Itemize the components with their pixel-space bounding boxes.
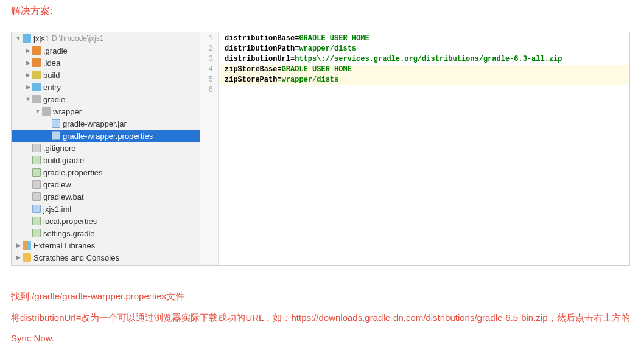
tree-item-label: gradle-wrapper.jar: [63, 119, 127, 128]
prop-value: GRADLE_USER_HOME: [299, 34, 369, 43]
tree-arrow-icon[interactable]: [25, 47, 31, 54]
file-icon: [32, 192, 41, 201]
folder-icon: [32, 95, 41, 103]
tree-arrow-icon[interactable]: [15, 35, 21, 41]
line-number: 1: [200, 33, 218, 44]
desc-line-1: 找到./gradle/gradle-warpper.properties文件: [11, 286, 630, 307]
tree-item-gradle-wrapper-properties[interactable]: gradle-wrapper.properties: [12, 130, 200, 142]
tree-arrow-icon[interactable]: [25, 60, 31, 66]
folder-icon: [32, 46, 41, 55]
code-line[interactable]: [225, 85, 629, 96]
line-number: 2: [200, 44, 218, 54]
tree-item-label: .idea: [43, 58, 60, 68]
tree-item-jxjs1-iml[interactable]: jxjs1.iml: [12, 203, 200, 215]
folder-icon: [32, 83, 41, 91]
tree-item-label: gradle.properties: [43, 168, 103, 177]
tree-item-label: gradle-wrapper.properties: [63, 131, 153, 141]
tree-item-label: External Libraries: [33, 241, 95, 250]
folder-icon: [32, 71, 41, 79]
ide-container: jxjs1D:\hmcode\jxjs1.gradle.ideabuildent…: [11, 32, 630, 266]
tree-item-gradlew-bat[interactable]: gradlew.bat: [12, 191, 200, 203]
tree-item-label: build: [43, 71, 60, 80]
equals-sign: =: [277, 75, 281, 84]
project-tree[interactable]: jxjs1D:\hmcode\jxjs1.gradle.ideabuildent…: [12, 32, 200, 265]
line-number: 6: [200, 85, 218, 96]
prop-value: wrapper/dists: [299, 44, 356, 53]
tree-item-label: Scratches and Consoles: [33, 253, 119, 262]
tree-item-gradlew[interactable]: gradlew: [12, 178, 200, 191]
folder-icon: [32, 58, 41, 67]
tree-item-local-properties[interactable]: local.properties: [12, 215, 200, 227]
tree-item-label: gradle: [43, 95, 65, 104]
tree-arrow-icon[interactable]: [15, 254, 21, 261]
tree-item-label: wrapper: [53, 107, 82, 116]
folder-icon: [23, 34, 31, 43]
tree-arrow-icon[interactable]: [25, 72, 31, 78]
tree-arrow-icon[interactable]: [35, 108, 41, 114]
tree-item-label: .gradle: [43, 46, 68, 55]
prop-key: zipStoreBase: [225, 65, 277, 74]
tree-path-hint: D:\hmcode\jxjs1: [52, 34, 103, 43]
code-line[interactable]: distributionUrl=https\://services.gradle…: [225, 54, 629, 65]
line-number: 5: [200, 75, 218, 85]
tree-item-label: entry: [43, 83, 61, 92]
line-gutter: 123456: [200, 32, 219, 265]
file-icon: [32, 168, 41, 177]
file-icon: [52, 119, 60, 128]
tree-item-label: local.properties: [43, 217, 97, 226]
tree-item-settings-gradle[interactable]: settings.gradle: [12, 227, 200, 239]
file-icon: [52, 131, 60, 140]
file-icon: [32, 180, 41, 189]
tree-item-label: settings.gradle: [43, 229, 95, 238]
prop-value: wrapper/dists: [282, 75, 339, 84]
tree-item--idea[interactable]: .idea: [12, 57, 200, 69]
file-icon: [23, 241, 31, 250]
file-icon: [32, 217, 41, 225]
folder-icon: [42, 107, 51, 116]
tree-arrow-icon[interactable]: [25, 96, 31, 102]
code-area[interactable]: distributionBase=GRADLE_USER_HOMEdistrib…: [219, 32, 629, 265]
code-line[interactable]: distributionBase=GRADLE_USER_HOME: [225, 33, 629, 44]
equals-sign: =: [277, 65, 281, 74]
tree-item--gradle[interactable]: .gradle: [12, 44, 200, 57]
tree-arrow-icon[interactable]: [15, 242, 21, 248]
prop-key: distributionUrl: [225, 55, 290, 63]
prop-value: GRADLE_USER_HOME: [282, 65, 352, 74]
tree-item-scratches-and-consoles[interactable]: Scratches and Consoles: [12, 251, 200, 264]
tree-item-label: jxjs1.iml: [43, 205, 71, 214]
tree-item-jxjs1[interactable]: jxjs1D:\hmcode\jxjs1: [12, 32, 200, 44]
tree-item-build-gradle[interactable]: build.gradle: [12, 154, 200, 166]
tree-item-gradle-properties[interactable]: gradle.properties: [12, 166, 200, 178]
code-line[interactable]: zipStoreBase=GRADLE_USER_HOME: [219, 65, 629, 75]
prop-key: distributionBase: [225, 34, 295, 43]
tree-item-entry[interactable]: entry: [12, 81, 200, 93]
prop-key: zipStorePath: [225, 75, 277, 84]
tree-item--gitignore[interactable]: .gitignore: [12, 142, 200, 154]
prop-value: https\://services.gradle.org/distributio…: [295, 55, 562, 63]
tree-arrow-icon[interactable]: [25, 84, 31, 90]
code-line[interactable]: distributionPath=wrapper/dists: [225, 44, 629, 54]
tree-item-label: .gitignore: [43, 144, 75, 153]
code-line[interactable]: zipStorePath=wrapper/dists: [219, 75, 629, 85]
code-editor: 123456 distributionBase=GRADLE_USER_HOME…: [200, 32, 629, 265]
tree-item-external-libraries[interactable]: External Libraries: [12, 239, 200, 251]
line-number: 3: [200, 54, 218, 65]
tree-item-label: gradlew.bat: [43, 192, 84, 201]
tree-item-label: jxjs1: [33, 34, 49, 43]
prop-key: distributionPath: [225, 44, 295, 53]
tree-item-build[interactable]: build: [12, 69, 200, 81]
description-text: 找到./gradle/gradle-warpper.properties文件 将…: [0, 275, 641, 360]
tree-item-wrapper[interactable]: wrapper: [12, 105, 200, 117]
tree-item-label: build.gradle: [43, 156, 84, 165]
file-icon: [23, 253, 31, 262]
desc-line-2: 将distributionUrl=改为一个可以通过浏览器实际下载成功的URL，如…: [11, 307, 630, 349]
file-icon: [32, 205, 41, 213]
solution-title: 解决方案:: [0, 0, 641, 23]
tree-item-label: gradlew: [43, 180, 71, 189]
file-icon: [32, 144, 41, 152]
tree-item-gradle-wrapper-jar[interactable]: gradle-wrapper.jar: [12, 117, 200, 130]
file-icon: [32, 156, 41, 164]
line-number: 4: [200, 65, 218, 75]
file-icon: [32, 229, 41, 237]
tree-item-gradle[interactable]: gradle: [12, 93, 200, 105]
